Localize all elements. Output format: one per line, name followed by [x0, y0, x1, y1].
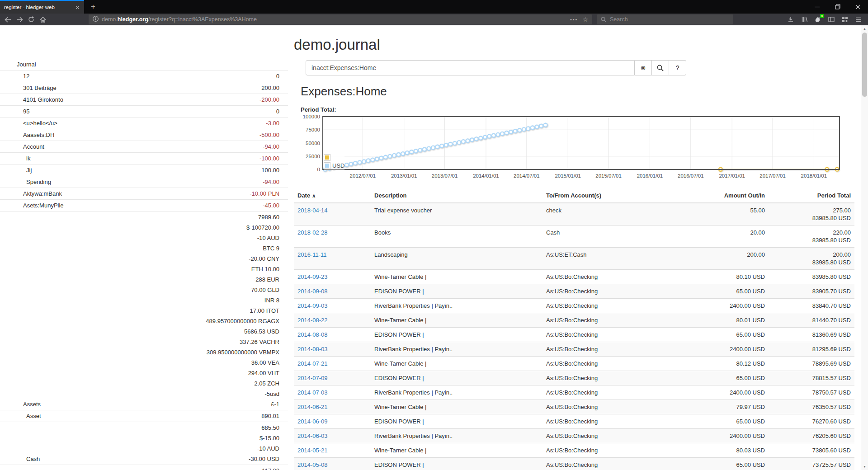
sidebar-account-row[interactable]: Asets:MunyPile-45.00: [0, 200, 288, 212]
account-link[interactable]: 301 Beiträge: [17, 83, 57, 93]
transaction-date-link[interactable]: 2014-09-08: [297, 288, 328, 295]
column-header-amount[interactable]: Amount Out/In: [692, 188, 769, 203]
help-button[interactable]: ?: [669, 60, 686, 75]
transaction-row[interactable]: 2014-07-09EDISON POWER |As:US:Bo:Checkin…: [294, 371, 854, 385]
transaction-row[interactable]: 2014-08-08EDISON POWER |As:US:Bo:Checkin…: [294, 328, 854, 342]
sidebar-account-row[interactable]: -117.00: [0, 465, 288, 470]
transaction-date-link[interactable]: 2014-06-03: [297, 432, 328, 439]
transaction-row[interactable]: 2014-05-08EDISON POWER |As:US:Bo:Checkin…: [294, 458, 854, 470]
sidebar-journal-link[interactable]: Journal: [0, 59, 288, 70]
query-input[interactable]: [306, 60, 635, 75]
transaction-row[interactable]: 2014-08-03RiverBank Properties | Payin..…: [294, 342, 854, 357]
transaction-row[interactable]: 2014-06-21Wine-Tarner Cable |As:US:Bo:Ch…: [294, 400, 854, 414]
sidebar-account-row[interactable]: Spending-94.00: [0, 176, 288, 188]
column-header-account[interactable]: To/From Account(s): [542, 188, 692, 203]
sidebar-account-row[interactable]: 950: [0, 106, 288, 118]
transaction-row[interactable]: 2014-09-08EDISON POWER |As:US:Bo:Checkin…: [294, 284, 854, 299]
scrollbar-thumb[interactable]: [862, 33, 867, 97]
transaction-date-link[interactable]: 2018-04-14: [297, 207, 328, 214]
transaction-row[interactable]: 2014-09-23Wine-Tarner Cable |As:US:Bo:Ch…: [294, 270, 854, 284]
transaction-row[interactable]: 2014-06-03RiverBank Properties | Payin..…: [294, 429, 854, 443]
browser-search-field[interactable]: Search: [597, 14, 733, 24]
transaction-row[interactable]: 2014-05-21Wine-Tarner Cable |As:US:Bo:Ch…: [294, 443, 854, 458]
sidebar-account-row[interactable]: lk-100.00: [0, 153, 288, 164]
browser-tab-active[interactable]: register - hledger-web: [0, 0, 84, 14]
account-link[interactable]: Asset: [17, 411, 41, 421]
sidebar-account-row[interactable]: Aktywa:mBank-10.00 PLN: [0, 188, 288, 200]
transaction-date-link[interactable]: 2014-06-21: [297, 404, 328, 410]
activity-grid-icon[interactable]: [838, 14, 852, 25]
sidebar-account-row[interactable]: Aaasets:DH-500.00: [0, 129, 288, 141]
transaction-date-link[interactable]: 2014-07-21: [297, 360, 328, 367]
sidebar-account-row[interactable]: Assets7989.60$-100720.00-10 AUDBTC 9-20.…: [0, 212, 288, 410]
scroll-down-icon[interactable]: ▼: [861, 465, 868, 468]
new-tab-button[interactable]: +: [86, 0, 100, 14]
transaction-date-link[interactable]: 2014-09-23: [297, 273, 328, 280]
window-restore-button[interactable]: [827, 0, 848, 14]
sidebar-account-row[interactable]: 120: [0, 70, 288, 82]
sidebar-account-row[interactable]: Account-94.00: [0, 141, 288, 153]
url-bar[interactable]: demo.hledger.org/register?q=inacct%3AExp…: [89, 14, 592, 24]
clear-query-button[interactable]: ⊗: [635, 60, 652, 75]
account-link[interactable]: Asets:MunyPile: [17, 200, 64, 211]
account-link[interactable]: Account: [17, 141, 44, 152]
forward-icon[interactable]: [14, 14, 25, 25]
account-link[interactable]: Assets: [17, 399, 41, 409]
column-header-description[interactable]: Description: [371, 188, 542, 203]
transaction-row[interactable]: 2016-11-11LandscapingAs:US:ET:Cash200.00…: [294, 248, 854, 270]
extension-icon[interactable]: 0: [811, 14, 825, 25]
sidebar-account-row[interactable]: Jij100.00: [0, 164, 288, 176]
account-link[interactable]: Jij: [17, 165, 32, 175]
scroll-up-icon[interactable]: ▲: [861, 27, 868, 30]
account-link[interactable]: lk: [17, 153, 30, 164]
transaction-date-link[interactable]: 2014-07-09: [297, 375, 328, 381]
window-minimize-button[interactable]: [807, 0, 827, 14]
tab-close-icon[interactable]: [72, 2, 82, 12]
bookmark-star-icon[interactable]: ☆: [582, 16, 588, 23]
transaction-row[interactable]: 2014-08-22Wine-Tarner Cable |As:US:Bo:Ch…: [294, 313, 854, 328]
transaction-date-link[interactable]: 2018-02-28: [297, 229, 328, 236]
sidebar-account-row[interactable]: Cash685.50$-15.00-10 AUD-30.00 USD: [0, 422, 288, 465]
page-actions-icon[interactable]: •••: [570, 17, 578, 22]
transaction-date-link[interactable]: 2014-05-08: [297, 461, 328, 468]
transaction-date-link[interactable]: 2014-08-03: [297, 346, 328, 352]
account-link[interactable]: 12: [17, 71, 29, 81]
account-link[interactable]: Cash: [17, 454, 40, 464]
transaction-date-link[interactable]: 2016-11-11: [297, 251, 327, 258]
account-link[interactable]: 4101 Girokonto: [17, 94, 63, 105]
reload-icon[interactable]: [25, 14, 37, 25]
transaction-row[interactable]: 2014-07-03RiverBank Properties | Payin..…: [294, 385, 854, 400]
transaction-row[interactable]: 2018-04-14Trial expense vouchercheck55.0…: [294, 203, 854, 226]
account-link[interactable]: Spending: [17, 177, 51, 187]
sidebar-account-row[interactable]: 301 Beiträge200.00: [0, 82, 288, 94]
page-scrollbar[interactable]: ▲ ▼: [861, 25, 868, 470]
sidebar-account-row[interactable]: 4101 Girokonto-200.00: [0, 94, 288, 106]
window-close-button[interactable]: [848, 0, 868, 14]
account-link[interactable]: Aaasets:DH: [17, 130, 54, 140]
transaction-row[interactable]: 2014-09-03RiverBank Properties | Payin..…: [294, 299, 854, 313]
sidebar-account-row[interactable]: <u>hello</u>-3.00: [0, 118, 288, 129]
transaction-row[interactable]: 2014-07-21Wine-Tarner Cable |As:US:Bo:Ch…: [294, 357, 854, 371]
transaction-date-link[interactable]: 2014-09-03: [297, 302, 328, 309]
sidebar-account-row[interactable]: Asset890.01: [0, 410, 288, 422]
library-icon[interactable]: [797, 14, 811, 25]
transaction-date-link[interactable]: 2014-06-09: [297, 418, 328, 425]
column-header-period-total[interactable]: Period Total: [769, 188, 854, 203]
transaction-date-link[interactable]: 2014-08-22: [297, 317, 328, 324]
transaction-date-link[interactable]: 2014-07-03: [297, 389, 328, 396]
download-icon[interactable]: [784, 14, 797, 25]
sidebar-toggle-icon[interactable]: [825, 14, 838, 25]
account-link[interactable]: Aktywa:mBank: [17, 188, 62, 199]
transaction-date-link[interactable]: 2014-05-21: [297, 447, 328, 454]
account-link[interactable]: 95: [17, 106, 29, 117]
transaction-row[interactable]: 2018-02-28BooksCash20.00220.0083985.80 U…: [294, 226, 854, 248]
home-icon[interactable]: [37, 14, 49, 25]
account-link[interactable]: <u>hello</u>: [17, 118, 57, 128]
site-info-icon[interactable]: [93, 16, 99, 23]
search-submit-button[interactable]: [652, 60, 669, 75]
column-header-date[interactable]: Date∧: [294, 188, 371, 203]
menu-hamburger-icon[interactable]: [852, 14, 865, 25]
transaction-row[interactable]: 2014-06-09EDISON POWER |As:US:Bo:Checkin…: [294, 414, 854, 429]
transaction-date-link[interactable]: 2014-08-08: [297, 331, 328, 338]
back-icon[interactable]: [2, 14, 14, 25]
